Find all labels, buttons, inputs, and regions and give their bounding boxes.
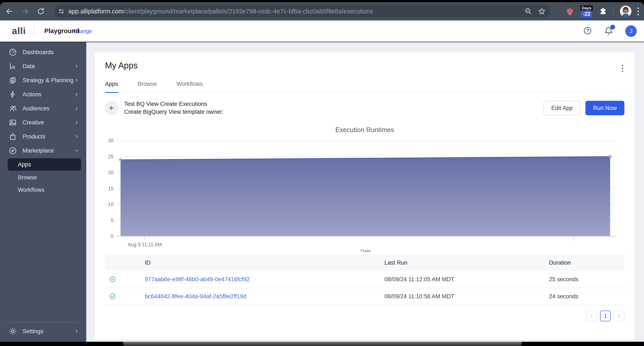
svg-text:Date: Date bbox=[360, 248, 371, 252]
toolbar-divider bbox=[613, 7, 614, 15]
back-button[interactable] bbox=[105, 101, 118, 115]
svg-text:0: 0 bbox=[111, 233, 114, 239]
url-path: /client/playground/marketplace/pallets/2… bbox=[124, 8, 373, 15]
extensions-puzzle-icon[interactable] bbox=[599, 7, 607, 16]
sidebar-item-marketplace[interactable]: Marketplace bbox=[0, 144, 86, 158]
browser-back-button[interactable] bbox=[6, 8, 13, 15]
status-check-icon bbox=[105, 293, 145, 300]
sidebar-subitem-apps[interactable]: Apps bbox=[8, 158, 81, 171]
pagination: 1 bbox=[105, 311, 624, 321]
browser-toolbar: app.alliplatform.com/client/playground/m… bbox=[0, 2, 644, 21]
sidebar-item-data[interactable]: Data bbox=[0, 59, 86, 73]
svg-text:25: 25 bbox=[108, 154, 114, 159]
column-header-last-run: Last Run bbox=[384, 259, 549, 266]
sidebar-item-label: Creative bbox=[22, 119, 44, 126]
sidebar-item-label: Marketplace bbox=[22, 147, 54, 154]
days-badge-label: Days bbox=[580, 5, 593, 11]
bookmark-star-icon[interactable] bbox=[538, 7, 546, 15]
pagination-page-1-button[interactable]: 1 bbox=[600, 311, 611, 321]
sidebar-item-settings[interactable]: Settings bbox=[0, 324, 86, 338]
screen-bottom-edge bbox=[0, 342, 644, 346]
sidebar-item-creative[interactable]: Creative bbox=[0, 116, 86, 130]
chevron-right-icon bbox=[74, 92, 80, 97]
days-countdown-extension[interactable]: Days -22 bbox=[580, 5, 593, 18]
compass-icon bbox=[8, 146, 17, 155]
header-divider bbox=[34, 25, 34, 37]
sidebar-item-products[interactable]: Products bbox=[0, 130, 86, 144]
gear-icon bbox=[8, 327, 17, 335]
tab-bar: Apps Browse Workflows bbox=[105, 81, 624, 93]
sidebar-subitem-workflows[interactable]: Workflows bbox=[0, 184, 86, 196]
screen: app.alliplatform.com/client/playground/m… bbox=[0, 0, 644, 346]
strawberry-extension-icon[interactable] bbox=[566, 7, 574, 16]
url-text[interactable]: app.alliplatform.com/client/playground/m… bbox=[68, 8, 373, 15]
sidebar-item-label: Settings bbox=[22, 328, 44, 335]
browser-menu-kebab-icon[interactable] bbox=[638, 8, 639, 15]
tab-workflows[interactable]: Workflows bbox=[176, 81, 203, 93]
site-settings-icon[interactable] bbox=[58, 8, 65, 15]
zoom-out-icon[interactable] bbox=[524, 8, 532, 15]
sidebar-item-actions[interactable]: Actions bbox=[0, 87, 86, 101]
browser-reload-button[interactable] bbox=[37, 8, 45, 15]
svg-text:10: 10 bbox=[108, 202, 114, 207]
clipboard-check-icon bbox=[8, 76, 17, 85]
chevron-right-icon bbox=[74, 120, 80, 125]
tab-apps[interactable]: Apps bbox=[105, 81, 118, 93]
page-title: My Apps bbox=[105, 61, 138, 70]
column-header-duration: Duration bbox=[549, 259, 624, 266]
svg-text:20: 20 bbox=[108, 170, 114, 175]
sidebar-item-strategy-planning[interactable]: Strategy & Planning bbox=[0, 73, 86, 87]
lightning-icon bbox=[8, 90, 17, 99]
alli-logo: alli bbox=[12, 26, 26, 36]
pagination-prev-button[interactable] bbox=[586, 311, 597, 321]
table-row: 977aab6e-e98f-46b0-ab49-0e47416fcf92 08/… bbox=[105, 271, 624, 288]
execution-id-link[interactable]: 977aab6e-e98f-46b0-ab49-0e47416fcf92 bbox=[145, 276, 384, 283]
chevron-right-icon bbox=[74, 328, 80, 334]
last-run-cell: 08/09/24 11:10:56 AM MDT bbox=[384, 293, 549, 300]
help-icon[interactable] bbox=[583, 26, 592, 36]
user-avatar[interactable]: J bbox=[625, 25, 637, 37]
people-icon bbox=[8, 104, 17, 113]
sidebar: Dashboards Data Strategy & Planning Acti… bbox=[0, 42, 86, 342]
column-header-id: ID bbox=[145, 259, 384, 266]
sidebar-item-label: Strategy & Planning bbox=[22, 77, 74, 84]
svg-text:5: 5 bbox=[111, 217, 114, 223]
chevron-left-icon bbox=[589, 313, 594, 318]
duration-cell: 24 seconds bbox=[549, 293, 624, 300]
run-now-button[interactable]: Run Now bbox=[586, 101, 624, 115]
card-menu-kebab-icon[interactable] bbox=[620, 64, 624, 73]
address-bar[interactable]: app.alliplatform.com/client/playground/m… bbox=[54, 5, 550, 18]
chart-title: Execution Runtimes bbox=[105, 126, 624, 134]
app-header: alli Playground Change J bbox=[0, 21, 644, 42]
my-apps-card: My Apps Apps Browse Workflows Test BQ Vi… bbox=[95, 52, 635, 339]
sidebar-subitem-label: Workflows bbox=[18, 187, 44, 193]
bar-chart-icon bbox=[8, 62, 17, 71]
notifications-bell-icon[interactable] bbox=[604, 26, 613, 36]
sidebar-item-audiences[interactable]: Audiences bbox=[0, 101, 86, 116]
browser-profile-avatar[interactable] bbox=[620, 6, 632, 17]
sidebar-subitem-browse[interactable]: Browse bbox=[0, 171, 86, 184]
sidebar-divider bbox=[8, 322, 78, 322]
svg-text:15: 15 bbox=[108, 186, 114, 191]
sidebar-item-label: Data bbox=[22, 63, 35, 70]
duration-cell: 25 seconds bbox=[549, 276, 624, 283]
app-name: Test BQ View Create Executions bbox=[124, 100, 224, 108]
change-workspace-link[interactable]: Change bbox=[73, 28, 92, 34]
gauge-icon bbox=[8, 48, 17, 57]
svg-text:30: 30 bbox=[108, 138, 114, 143]
sidebar-subitem-label: Browse bbox=[18, 174, 37, 181]
sidebar-item-label: Dashboards bbox=[22, 49, 54, 56]
edit-app-button[interactable]: Edit App bbox=[544, 101, 580, 115]
pagination-next-button[interactable] bbox=[614, 311, 624, 321]
execution-id-link[interactable]: bc644842-8fee-404a-94af-2a5f8e2ff19d bbox=[145, 293, 384, 300]
image-icon bbox=[8, 118, 17, 127]
arrow-left-icon bbox=[108, 105, 115, 111]
shopping-bag-icon bbox=[8, 132, 17, 141]
sidebar-item-dashboards[interactable]: Dashboards bbox=[0, 45, 86, 59]
browser-forward-button[interactable] bbox=[21, 8, 29, 15]
tab-browse[interactable]: Browse bbox=[138, 81, 157, 93]
table-header-row: ID Last Run Duration bbox=[105, 254, 624, 271]
main-content: My Apps Apps Browse Workflows Test BQ Vi… bbox=[86, 42, 644, 342]
svg-text:Aug 9 11:11 AM: Aug 9 11:11 AM bbox=[128, 242, 162, 247]
sidebar-item-label: Actions bbox=[22, 91, 42, 98]
